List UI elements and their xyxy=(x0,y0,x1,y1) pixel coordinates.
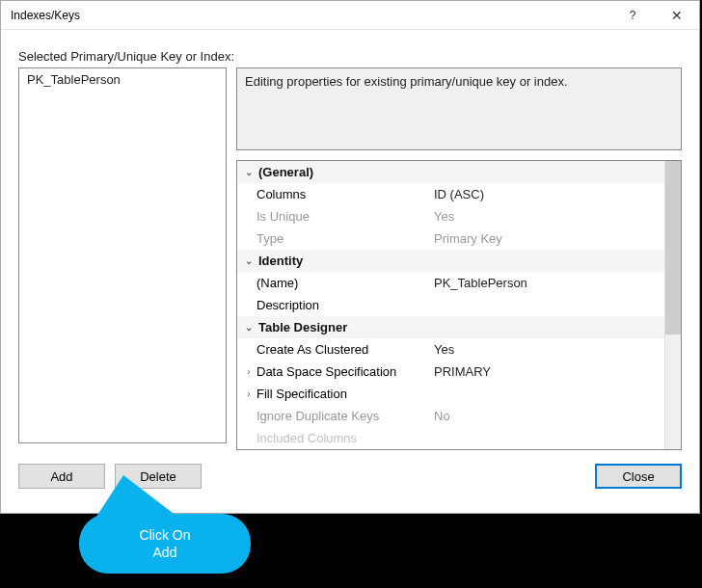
prop-name: (Name) xyxy=(256,276,434,290)
chevron-right-icon[interactable]: › xyxy=(241,366,256,377)
title-bar: Indexes/Keys ? ✕ xyxy=(1,1,699,30)
prop-type: Type Primary Key xyxy=(237,227,664,250)
vertical-scrollbar[interactable] xyxy=(664,161,681,449)
prop-columns[interactable]: Columns ID (ASC) xyxy=(237,183,664,205)
prop-value: Yes xyxy=(434,342,659,357)
prop-create-as-clustered[interactable]: Create As Clustered Yes xyxy=(237,338,664,361)
group-label: Identity xyxy=(256,254,434,268)
list-item[interactable]: PK_TablePerson xyxy=(19,68,226,91)
prop-name: Type xyxy=(256,231,434,246)
delete-button[interactable]: Delete xyxy=(115,464,202,489)
callout-bubble: Click On Add xyxy=(79,514,251,574)
prop-name: Columns xyxy=(256,187,434,201)
property-grid-body: ⌄ (General) Columns ID (ASC) Is Unique xyxy=(237,161,664,449)
dialog-content: Selected Primary/Unique Key or Index: PK… xyxy=(1,30,699,502)
selected-index-label: Selected Primary/Unique Key or Index: xyxy=(18,49,682,64)
property-grid[interactable]: ⌄ (General) Columns ID (ASC) Is Unique xyxy=(236,160,682,450)
group-label: Table Designer xyxy=(256,320,434,334)
callout-text: Click On Add xyxy=(140,526,191,561)
prop-name: Fill Specification xyxy=(256,387,434,401)
upper-panels: PK_TablePerson Editing properties for ex… xyxy=(18,67,682,450)
right-column: Editing properties for existing primary/… xyxy=(236,67,682,450)
prop-is-unique: Is Unique Yes xyxy=(237,205,664,227)
description-box: Editing properties for existing primary/… xyxy=(236,67,682,150)
prop-included-columns: Included Columns xyxy=(237,427,664,449)
group-identity[interactable]: ⌄ Identity xyxy=(237,250,664,272)
prop-value: ID (ASC) xyxy=(434,187,659,201)
add-button[interactable]: Add xyxy=(18,464,105,489)
chevron-right-icon[interactable]: › xyxy=(241,388,256,399)
prop-name: Included Columns xyxy=(256,431,434,445)
prop-value: PK_TablePerson xyxy=(434,276,659,290)
prop-value: Yes xyxy=(434,209,659,224)
prop-fill-spec[interactable]: › Fill Specification xyxy=(237,383,664,405)
chevron-down-icon[interactable]: ⌄ xyxy=(241,255,256,266)
prop-name: Ignore Duplicate Keys xyxy=(256,409,434,423)
prop-name: Description xyxy=(256,298,434,312)
chevron-down-icon[interactable]: ⌄ xyxy=(241,167,256,177)
indexes-keys-dialog: Indexes/Keys ? ✕ Selected Primary/Unique… xyxy=(0,0,700,514)
group-label: (General) xyxy=(256,165,434,179)
prop-description[interactable]: Description xyxy=(237,294,664,316)
prop-data-space-spec[interactable]: › Data Space Specification PRIMARY xyxy=(237,361,664,383)
help-button[interactable]: ? xyxy=(610,1,655,30)
dialog-buttons: Add Delete Close xyxy=(18,450,682,489)
group-table-designer[interactable]: ⌄ Table Designer xyxy=(237,316,664,338)
close-button[interactable]: Close xyxy=(595,464,682,489)
group-general[interactable]: ⌄ (General) xyxy=(237,161,664,183)
window-title: Indexes/Keys xyxy=(11,9,610,22)
scrollbar-thumb[interactable] xyxy=(665,161,681,334)
index-listbox[interactable]: PK_TablePerson xyxy=(18,67,227,443)
prop-value: Primary Key xyxy=(434,231,659,246)
prop-value: No xyxy=(434,409,659,423)
prop-ignore-dup-keys: Ignore Duplicate Keys No xyxy=(237,405,664,427)
prop-name: Data Space Specification xyxy=(256,364,434,379)
prop-name-row[interactable]: (Name) PK_TablePerson xyxy=(237,272,664,294)
chevron-down-icon[interactable]: ⌄ xyxy=(241,322,256,333)
prop-value: PRIMARY xyxy=(434,364,659,379)
prop-name: Is Unique xyxy=(256,209,434,224)
prop-name: Create As Clustered xyxy=(256,342,434,357)
close-window-button[interactable]: ✕ xyxy=(655,1,699,30)
